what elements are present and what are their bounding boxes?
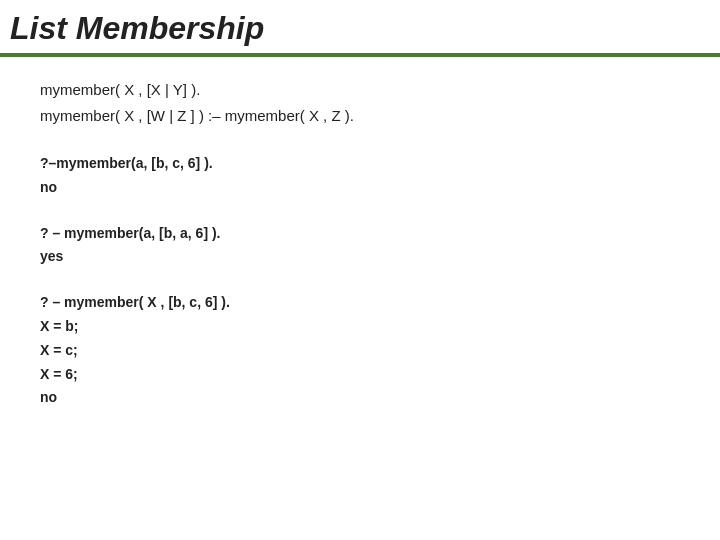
- rule-line-2: mymember( X , [W | Z ] ) :– mymember( X …: [40, 103, 680, 129]
- query-1-answer: no: [40, 176, 680, 200]
- query-3-result-4: no: [40, 386, 680, 410]
- page-header: List Membership: [0, 0, 720, 57]
- query-3-text: ? – mymember( X , [b, c, 6] ).: [40, 291, 680, 315]
- query-3-result-1: X = b;: [40, 315, 680, 339]
- query-1-text: ?–mymember(a, [b, c, 6] ).: [40, 152, 680, 176]
- query-block-2: ? – mymember(a, [b, a, 6] ). yes: [40, 222, 680, 270]
- query-block-3: ? – mymember( X , [b, c, 6] ). X = b; X …: [40, 291, 680, 410]
- main-content: mymember( X , [X | Y] ). mymember( X , […: [0, 57, 720, 452]
- page-title: List Membership: [10, 10, 710, 47]
- query-2-answer: yes: [40, 245, 680, 269]
- query-block-1: ?–mymember(a, [b, c, 6] ). no: [40, 152, 680, 200]
- query-2-text: ? – mymember(a, [b, a, 6] ).: [40, 222, 680, 246]
- query-3-result-2: X = c;: [40, 339, 680, 363]
- rule-line-1: mymember( X , [X | Y] ).: [40, 77, 680, 103]
- query-3-result-3: X = 6;: [40, 363, 680, 387]
- rules-block: mymember( X , [X | Y] ). mymember( X , […: [40, 77, 680, 128]
